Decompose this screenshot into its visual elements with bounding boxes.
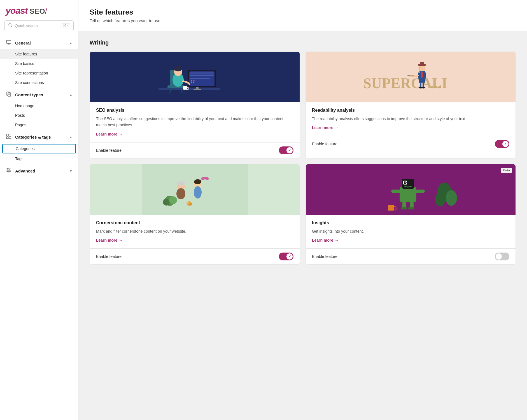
cornerstones-footer: Enable feature ✓ — [90, 248, 300, 264]
nav-section-advanced-title: Advanced — [15, 169, 35, 173]
nav-section-header-categories-tags[interactable]: Categories & tags ▲ — [0, 131, 78, 143]
seo-analysis-enable-label: Enable feature — [96, 148, 122, 153]
monitor-icon — [6, 39, 12, 46]
arrow-icon-4: → — [335, 238, 339, 242]
insights-enable-label: Enable feature — [312, 254, 337, 259]
svg-rect-83 — [408, 207, 414, 209]
cornerstones-enable-label: Enable feature — [96, 254, 122, 259]
writing-section-heading: Writing — [90, 39, 516, 46]
svg-point-62 — [194, 179, 201, 184]
nav-section-content-types: Content types ▲ Homepage Posts Pages — [0, 88, 78, 130]
insights-toggle[interactable] — [495, 253, 509, 260]
nav-section-general: General ▲ Site features Site basics Site… — [0, 37, 78, 87]
svg-rect-9 — [6, 134, 8, 136]
sidebar: yoast SEO/ Quick search... ⌘K General — [0, 0, 78, 420]
search-placeholder-text: Quick search... — [15, 24, 59, 28]
svg-rect-79 — [416, 190, 425, 193]
svg-point-64 — [163, 199, 170, 206]
search-icon — [8, 23, 13, 29]
svg-point-67 — [186, 202, 189, 204]
svg-point-39 — [191, 82, 192, 83]
seo-analysis-toggle-thumb: ✓ — [286, 147, 293, 153]
seo-analysis-body: SEO analysis The SEO analysis offers sug… — [90, 102, 300, 142]
svg-rect-10 — [9, 134, 11, 136]
nav-item-homepage[interactable]: Homepage — [0, 101, 78, 111]
cornerstones-body: Cornerstone content Mark and filter corn… — [90, 215, 300, 248]
nav-items-categories-tags: Categories Tags — [0, 144, 78, 164]
nav-item-tags[interactable]: Tags — [0, 154, 78, 164]
card-seo-analysis: SEO analysis The SEO analysis offers sug… — [90, 52, 300, 158]
nav-section-advanced: Advanced ▼ — [0, 165, 78, 177]
nav-item-posts[interactable]: Posts — [0, 111, 78, 120]
seo-analysis-description: The SEO analysis offers suggestions to i… — [96, 116, 293, 128]
document-icon — [6, 91, 12, 98]
arrow-icon-2: → — [335, 125, 339, 130]
svg-rect-32 — [190, 72, 214, 74]
card-cornerstones: Cornerstone content Mark and filter corn… — [90, 164, 300, 265]
svg-rect-12 — [9, 137, 11, 139]
card-readability-analysis: SUPERCALI ... — [306, 52, 516, 158]
svg-rect-33 — [190, 75, 214, 76]
nav-items-general: Site features Site basics Site represent… — [0, 49, 78, 87]
check-icon-3: ✓ — [288, 255, 291, 258]
nav-item-site-basics[interactable]: Site basics — [0, 59, 78, 68]
svg-rect-41 — [183, 86, 187, 90]
svg-line-1 — [11, 26, 12, 27]
nav-section-header-general[interactable]: General ▲ — [0, 37, 78, 49]
svg-point-86 — [435, 192, 445, 206]
readability-analysis-body: Readability analysis The readability ana… — [306, 102, 516, 136]
svg-point-61 — [194, 186, 202, 199]
chevron-down-icon-advanced: ▼ — [69, 169, 73, 173]
cornerstones-toggle-thumb: ✓ — [286, 253, 293, 260]
insights-illustration-wrapper: Beta — [306, 164, 516, 215]
nav-section-categories-tags: Categories & tags ▲ Categories Tags — [0, 131, 78, 164]
nav-item-site-connections[interactable]: Site connections — [0, 78, 78, 87]
svg-point-85 — [446, 190, 457, 206]
chevron-up-icon-content-types: ▲ — [69, 93, 73, 97]
cornerstones-illustration — [90, 164, 300, 215]
tag-icon — [6, 134, 12, 141]
nav-section-content-types-title: Content types — [15, 92, 43, 97]
sliders-icon — [6, 167, 12, 174]
insights-toggle-thumb — [496, 253, 502, 260]
svg-point-52 — [422, 87, 425, 88]
seo-analysis-toggle[interactable]: ✓ — [279, 146, 293, 154]
nav-items-content-types: Homepage Posts Pages — [0, 101, 78, 130]
check-icon: ✓ — [288, 148, 291, 152]
svg-rect-35 — [190, 78, 210, 79]
insights-learn-more[interactable]: Learn more → — [312, 238, 339, 242]
arrow-icon: → — [119, 132, 123, 136]
svg-rect-29 — [193, 89, 201, 90]
search-box[interactable]: Quick search... ⌘K — [4, 20, 74, 31]
seo-analysis-footer: Enable feature ✓ — [90, 142, 300, 158]
cornerstones-description: Mark and filter cornerstone content on y… — [96, 228, 293, 234]
svg-point-37 — [193, 80, 194, 81]
arrow-icon-3: → — [119, 238, 123, 242]
svg-rect-34 — [190, 77, 207, 77]
svg-point-0 — [9, 24, 11, 26]
svg-point-68 — [189, 203, 192, 206]
readability-analysis-learn-more[interactable]: Learn more → — [312, 125, 339, 130]
cornerstones-learn-more[interactable]: Learn more → — [96, 238, 123, 242]
nav-item-site-features[interactable]: Site features — [0, 49, 78, 59]
readability-analysis-toggle[interactable]: ✓ — [495, 140, 509, 148]
nav-item-site-representation[interactable]: Site representation — [0, 68, 78, 78]
nav-section-header-content-types[interactable]: Content types ▲ — [0, 88, 78, 101]
beta-badge: Beta — [501, 168, 512, 173]
nav-item-categories[interactable]: Categories — [2, 144, 76, 153]
seo-analysis-learn-more[interactable]: Learn more → — [96, 132, 123, 136]
insights-description: Get insights into your content. — [312, 228, 509, 234]
cornerstones-title: Cornerstone content — [96, 220, 293, 225]
nav-section-header-advanced[interactable]: Advanced ▼ — [0, 165, 78, 177]
nav-item-pages[interactable]: Pages — [0, 120, 78, 130]
readability-analysis-toggle-thumb: ✓ — [502, 141, 509, 147]
nav-section-categories-tags-title: Categories & tags — [15, 135, 51, 139]
svg-point-40 — [193, 82, 194, 83]
svg-rect-87 — [388, 205, 394, 211]
svg-rect-48 — [420, 62, 424, 66]
cornerstones-toggle[interactable]: ✓ — [279, 253, 293, 260]
svg-point-76 — [404, 181, 407, 184]
svg-point-27 — [174, 66, 182, 71]
svg-point-36 — [191, 80, 192, 81]
svg-point-18 — [8, 171, 9, 172]
